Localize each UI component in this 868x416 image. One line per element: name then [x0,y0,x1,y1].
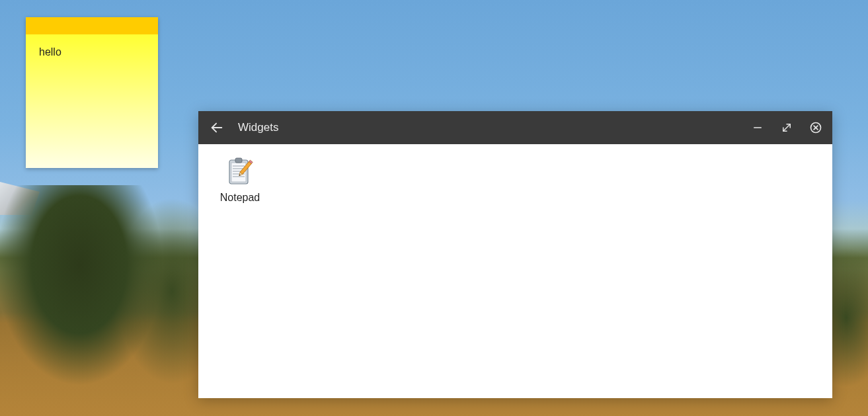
sticky-note-header[interactable] [26,17,158,34]
expand-icon [781,122,793,134]
widget-item-notepad[interactable]: Notepad [212,156,268,204]
sticky-note-widget[interactable]: hello [26,17,158,168]
sticky-note-text: hello [39,46,61,58]
sticky-note-body[interactable]: hello [26,34,158,168]
back-button[interactable] [208,118,226,137]
maximize-button[interactable] [779,120,794,135]
window-controls [750,120,823,135]
widgets-window: Widgets [198,111,832,398]
desktop-background: hello Widgets [0,0,868,416]
close-icon [809,121,822,134]
close-button[interactable] [809,120,823,135]
notepad-icon [224,156,256,188]
minimize-icon [752,122,764,134]
minimize-button[interactable] [750,120,765,135]
widgets-title: Widgets [238,121,738,134]
svg-line-2 [783,124,791,132]
widgets-body: Notepad [198,144,832,398]
widget-item-label: Notepad [212,192,268,204]
svg-rect-13 [235,158,242,163]
widgets-titlebar[interactable]: Widgets [198,111,832,144]
arrow-left-icon [210,120,224,135]
